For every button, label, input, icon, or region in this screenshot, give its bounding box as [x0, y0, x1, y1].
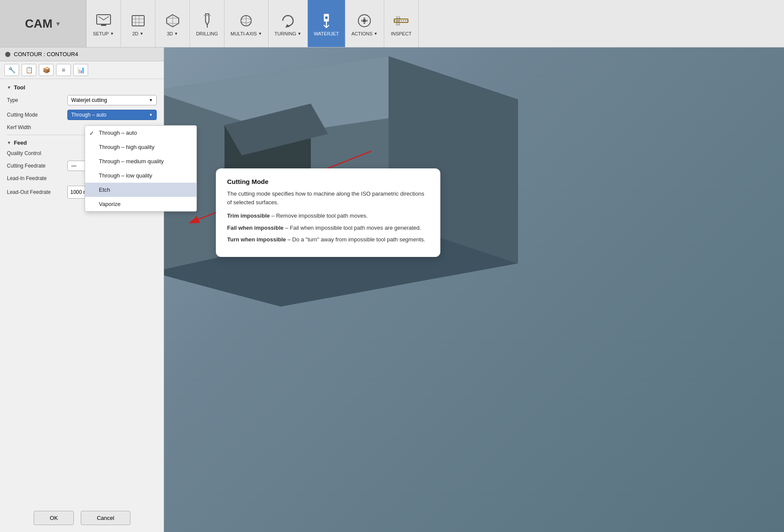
ok-button[interactable]: OK [34, 511, 74, 525]
tooltip-intro: The cutting mode specifies how to machin… [227, 190, 429, 206]
actions-icon [355, 11, 374, 30]
cutting-mode-label: Cutting Mode [7, 112, 67, 118]
tab-icon-doc[interactable]: 📋 [22, 64, 36, 76]
tool-section-header[interactable]: ▼ Tool [7, 84, 157, 91]
cutting-mode-value: Through – auto [71, 112, 106, 118]
type-select[interactable]: Waterjet cutting ▼ [67, 95, 157, 105]
turning-icon [278, 11, 297, 30]
cutting-mode-arrow: ▼ [149, 113, 153, 117]
actions-label: ACTIONS ▼ [351, 31, 378, 36]
tooltip-panel: Cutting Mode The cutting mode specifies … [216, 168, 440, 257]
contour-dot [5, 52, 10, 57]
cutting-feedrate-value: — [71, 163, 76, 169]
toolbar-drilling[interactable]: DRILLING [190, 0, 224, 47]
dd-label-through-low: Through – low quality [99, 172, 152, 179]
cancel-button[interactable]: Cancel [81, 511, 130, 525]
multiaxis-icon [237, 11, 256, 30]
tooltip-section-3: Turn when impossible – Do a "turn" away … [227, 235, 429, 244]
cam-label: CAM [25, 17, 53, 31]
toolbar-turning[interactable]: TURNING ▼ [269, 0, 308, 47]
tooltip-title: Cutting Mode [227, 178, 429, 185]
multiaxis-label: MULTI-AXIS ▼ [231, 31, 262, 36]
2d-icon [129, 11, 148, 30]
tab-icons: 🔧 📋 📦 ≡ 📊 [0, 61, 164, 79]
svg-rect-10 [132, 16, 144, 26]
tab-icon-list[interactable]: ≡ [56, 64, 71, 76]
svg-rect-8 [97, 15, 111, 24]
dd-label-etch: Etch [99, 187, 110, 193]
left-panel: CONTOUR : CONTOUR4 🔧 📋 📦 ≡ 📊 ▼ Tool Type… [0, 48, 164, 532]
dd-item-vaporize[interactable]: Vaporize [85, 197, 196, 211]
waterjet-icon [317, 11, 336, 30]
contour-header: CONTOUR : CONTOUR4 [0, 48, 164, 61]
toolbar: CAM ▼ SETUP ▼ [0, 0, 784, 48]
2d-label: 2D ▼ [133, 31, 144, 36]
dd-item-through-low[interactable]: Through – low quality [85, 168, 196, 183]
type-control: Waterjet cutting ▼ [67, 95, 157, 105]
feed-section-arrow: ▼ [7, 140, 11, 145]
svg-point-20 [363, 19, 366, 22]
toolbar-actions[interactable]: ACTIONS ▼ [345, 0, 384, 47]
tooltip-trim-text: – Remove impossible tool path moves. [272, 212, 368, 219]
svg-text:G2: G2 [396, 19, 400, 22]
svg-rect-9 [101, 24, 106, 26]
cutting-feedrate-label: Cutting Feedrate [7, 163, 67, 169]
tooltip-turn-text: – Do a "turn" away from impossible tool … [288, 236, 425, 243]
cutting-mode-dropdown: ✓ Through – auto Through – high quality … [85, 125, 197, 212]
tooltip-fail-text: – Fail when impossible tool path moves a… [285, 225, 421, 231]
turning-label: TURNING ▼ [275, 31, 301, 36]
3d-label: 3D ▼ [167, 31, 178, 36]
type-arrow: ▼ [149, 98, 153, 102]
drilling-label: DRILLING [196, 31, 218, 36]
tab-icon-box[interactable]: 📦 [39, 64, 54, 76]
cutting-mode-control: Through – auto ▼ [67, 110, 157, 120]
dd-label-through-high: Through – high quality [99, 144, 155, 150]
dd-item-through-auto[interactable]: ✓ Through – auto [85, 126, 196, 140]
kerf-width-label: Kerf Width [7, 124, 67, 130]
inspect-icon: G1 G2 G3 [392, 11, 411, 30]
toolbar-multiaxis[interactable]: MULTI-AXIS ▼ [224, 0, 269, 47]
toolbar-groups: SETUP ▼ 2D ▼ [86, 0, 419, 47]
tooltip-section-2: Fail when impossible – Fail when impossi… [227, 224, 429, 232]
cam-dropdown-arrow: ▼ [55, 20, 61, 27]
dd-item-etch[interactable]: Etch [85, 183, 196, 197]
lead-in-label: Lead-In Feedrate [7, 175, 67, 181]
bottom-buttons: OK Cancel [0, 511, 164, 525]
svg-text:G3: G3 [396, 23, 400, 26]
lead-out-label: Lead-Out Feedrate [7, 189, 67, 195]
toolbar-setup[interactable]: SETUP ▼ [86, 0, 121, 47]
cam-logo[interactable]: CAM ▼ [0, 0, 86, 47]
feed-section-label: Feed [14, 139, 27, 146]
waterjet-label: WATERJET [314, 31, 339, 36]
cutting-mode-row: Cutting Mode Through – auto ▼ [7, 110, 157, 120]
drilling-icon [198, 11, 217, 30]
contour-label: CONTOUR : CONTOUR4 [14, 51, 78, 57]
toolbar-3d[interactable]: 3D ▼ [155, 0, 190, 47]
dd-label-vaporize: Vaporize [99, 201, 120, 207]
dd-label-through-medium: Through – medium quality [99, 158, 164, 165]
setup-label: SETUP ▼ [93, 31, 114, 36]
toolbar-2d[interactable]: 2D ▼ [121, 0, 155, 47]
dd-item-through-high[interactable]: Through – high quality [85, 140, 196, 154]
type-value: Waterjet cutting [71, 97, 107, 103]
toolbar-waterjet[interactable]: WATERJET [308, 0, 345, 47]
inspect-label: INSPECT [391, 31, 411, 36]
dd-item-through-medium[interactable]: Through – medium quality [85, 154, 196, 168]
checkmark-through-auto: ✓ [89, 130, 94, 136]
3d-icon [163, 11, 182, 30]
tooltip-section-1: Trim impossible – Remove impossible tool… [227, 212, 429, 220]
tool-section-label: Tool [14, 84, 25, 91]
tool-section-arrow: ▼ [7, 85, 11, 90]
tab-icon-chart[interactable]: 📊 [73, 64, 88, 76]
tooltip-trim-bold: Trim impossible [227, 212, 270, 219]
svg-point-18 [325, 16, 328, 19]
tooltip-turn-bold: Turn when impossible [227, 236, 286, 243]
type-row: Type Waterjet cutting ▼ [7, 95, 157, 105]
svg-text:G1: G1 [396, 16, 401, 19]
tab-icon-tool[interactable]: 🔧 [4, 64, 19, 76]
tooltip-fail-bold: Fail when impossible [227, 225, 284, 231]
toolbar-inspect[interactable]: G1 G2 G3 INSPECT [384, 0, 419, 47]
cutting-mode-select[interactable]: Through – auto ▼ [67, 110, 157, 120]
dd-label-through-auto: Through – auto [99, 130, 137, 136]
setup-icon [94, 11, 113, 30]
